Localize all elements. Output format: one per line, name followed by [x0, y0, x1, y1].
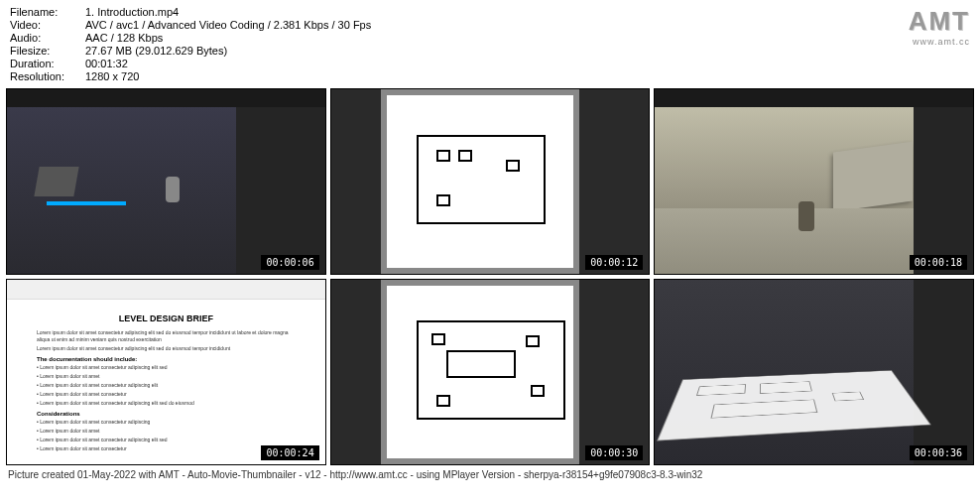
thumbnail-3: 00:00:18: [654, 88, 974, 275]
meta-label: Audio:: [10, 32, 85, 44]
scene-character: [798, 201, 814, 231]
tool-panel-left: [331, 89, 381, 274]
thumbnail-2: 00:00:12: [330, 88, 651, 275]
meta-row-duration: Duration: 00:01:32: [10, 58, 371, 69]
scene-floorplan: [657, 370, 931, 440]
sketch-outline: [417, 135, 546, 224]
doc-title: LEVEL DESIGN BRIEF: [37, 314, 296, 323]
doc-bullet: • Lorem ipsum dolor sit amet consectetur: [37, 391, 296, 398]
doc-paragraph: Lorem ipsum dolor sit amet consectetur a…: [37, 345, 296, 352]
viewport-3d: [7, 107, 236, 274]
sketch-paper: [387, 95, 574, 268]
timestamp-badge: 00:00:12: [585, 255, 643, 270]
meta-row-audio: Audio: AAC / 128 Kbps: [10, 32, 371, 44]
browser-toolbar: [7, 280, 325, 300]
doc-bullet: • Lorem ipsum dolor sit amet consectetur: [37, 445, 296, 452]
meta-row-filesize: Filesize: 27.67 MB (29.012.629 Bytes): [10, 45, 371, 57]
scene-block: [760, 381, 812, 394]
doc-paragraph: Lorem ipsum dolor sit amet consectetur a…: [37, 329, 296, 343]
doc-bullet: • Lorem ipsum dolor sit amet consectetur…: [37, 419, 296, 426]
thumbnail-4: LEVEL DESIGN BRIEF Lorem ipsum dolor sit…: [6, 279, 326, 465]
app-menubar: [7, 89, 325, 107]
logo-text: AMT: [909, 6, 970, 37]
metadata-table: Filename: 1. Introduction.mp4 Video: AVC…: [10, 6, 371, 82]
viewport-3d: [655, 280, 914, 464]
document-body: LEVEL DESIGN BRIEF Lorem ipsum dolor sit…: [7, 300, 325, 464]
scene-character: [166, 177, 180, 202]
timestamp-badge: 00:00:24: [261, 445, 318, 460]
meta-label: Filesize:: [10, 45, 85, 57]
meta-label: Filename:: [10, 6, 85, 18]
scene-platform: [47, 201, 126, 205]
tool-panel-right: [579, 89, 649, 274]
meta-value: AAC / 128 Kbps: [85, 32, 163, 44]
scene-geometry: [34, 167, 78, 196]
properties-panel: [914, 107, 973, 274]
meta-value: AVC / avc1 / Advanced Video Coding / 2.3…: [85, 19, 371, 31]
logo-url: www.amt.cc: [909, 37, 970, 47]
sketch-paper: [387, 286, 574, 458]
canvas: [381, 280, 580, 464]
doc-heading: Considerations: [37, 411, 296, 417]
canvas: [381, 89, 580, 274]
meta-label: Duration:: [10, 58, 85, 69]
meta-row-video: Video: AVC / avc1 / Advanced Video Codin…: [10, 19, 371, 31]
doc-bullet: • Lorem ipsum dolor sit amet consectetur…: [37, 364, 296, 371]
properties-panel: [914, 280, 973, 464]
tool-panel-right: [579, 280, 649, 464]
app-menubar: [655, 89, 973, 107]
header: Filename: 1. Introduction.mp4 Video: AVC…: [0, 0, 980, 88]
doc-bullet: • Lorem ipsum dolor sit amet: [37, 428, 296, 435]
meta-row-resolution: Resolution: 1280 x 720: [10, 70, 371, 82]
sketch-element: [458, 150, 472, 162]
doc-heading: The documentation should include:: [37, 356, 296, 362]
meta-label: Resolution:: [10, 70, 85, 82]
footer-credit: Picture created 01-May-2022 with AMT - A…: [0, 465, 980, 484]
meta-row-filename: Filename: 1. Introduction.mp4: [10, 6, 371, 18]
sketch-element: [446, 350, 516, 378]
meta-value: 27.67 MB (29.012.629 Bytes): [85, 45, 227, 57]
doc-bullet: • Lorem ipsum dolor sit amet: [37, 373, 296, 380]
scene-wall: [833, 141, 913, 211]
timestamp-badge: 00:00:18: [910, 255, 967, 270]
sketch-element: [526, 335, 540, 347]
tool-panel-left: [331, 280, 381, 464]
thumbnail-5: 00:00:30: [330, 279, 651, 465]
sketch-element: [436, 395, 450, 407]
thumbnail-1: 00:00:06: [6, 88, 326, 275]
scene-block: [696, 384, 746, 396]
sketch-element: [531, 385, 545, 397]
scene-block: [711, 400, 818, 419]
sketch-element: [436, 150, 450, 162]
scene-block: [832, 392, 864, 402]
meta-label: Video:: [10, 19, 85, 31]
timestamp-badge: 00:00:30: [585, 445, 643, 460]
timestamp-badge: 00:00:36: [910, 445, 967, 460]
meta-value: 1. Introduction.mp4: [85, 6, 179, 18]
sketch-element: [506, 160, 520, 172]
meta-value: 00:01:32: [85, 58, 128, 69]
logo: AMT www.amt.cc: [909, 6, 970, 82]
doc-bullet: • Lorem ipsum dolor sit amet consectetur…: [37, 437, 296, 443]
outliner-panel: [236, 107, 325, 274]
sketch-element: [436, 194, 450, 206]
sketch-element: [431, 333, 445, 345]
doc-bullet: • Lorem ipsum dolor sit amet consectetur…: [37, 400, 296, 407]
timestamp-badge: 00:00:06: [261, 255, 318, 270]
meta-value: 1280 x 720: [85, 70, 139, 82]
thumbnail-6: 00:00:36: [654, 279, 974, 465]
doc-bullet: • Lorem ipsum dolor sit amet consectetur…: [37, 382, 296, 389]
thumbnail-grid: 00:00:06 00:00:12: [0, 88, 980, 465]
